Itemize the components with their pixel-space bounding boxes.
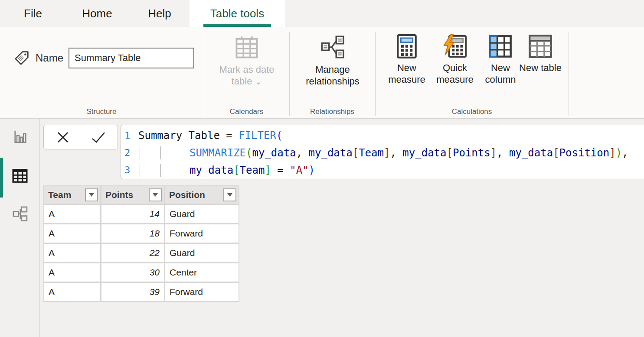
table-name-group: Name — [13, 44, 194, 72]
active-tab-underline — [203, 24, 271, 27]
group-label-calendars: Calendars — [204, 107, 289, 116]
code-token: ] — [490, 147, 497, 159]
column-header-points[interactable]: Points — [101, 186, 164, 204]
column-header-label: Position — [169, 190, 205, 200]
code-line: 2SUMMARIZE(my_data, my_data[Team], my_da… — [121, 144, 644, 162]
sidebar-item-report-view[interactable] — [0, 129, 40, 145]
cancel-formula-button[interactable] — [51, 128, 75, 147]
tab-help[interactable]: Help — [138, 0, 181, 27]
table-icon — [528, 34, 552, 59]
commit-formula-button[interactable] — [86, 128, 111, 147]
mark-as-date-table-label: Mark as date table ⌄ — [208, 64, 285, 87]
code-token: Summary Table — [138, 130, 220, 142]
ribbon-divider — [204, 32, 204, 116]
code-token: my_data — [190, 164, 233, 176]
code-token: Team — [240, 164, 265, 176]
new-measure-button[interactable]: New measure — [378, 34, 435, 86]
code-token: ] — [265, 164, 271, 176]
calculator-icon — [396, 34, 418, 59]
code-token: [ — [353, 147, 359, 159]
table-cell: A — [44, 263, 100, 282]
table-cell: Guard — [165, 205, 239, 223]
code-token: [ — [553, 147, 559, 159]
manage-relationships-icon — [319, 34, 346, 61]
main-canvas: 1Summary Table = FILTER(2SUMMARIZE(my_da… — [0, 119, 644, 337]
tab-home[interactable]: Home — [71, 0, 123, 27]
column-header-team[interactable]: Team — [44, 186, 100, 204]
data-grid-icon — [11, 167, 29, 185]
filter-dropdown-button[interactable] — [149, 188, 162, 201]
column-header-label: Team — [48, 190, 71, 200]
ribbon-divider — [289, 32, 290, 116]
table-cell: 18 — [101, 224, 164, 243]
checkmark-icon — [90, 130, 107, 145]
table-cell: 22 — [101, 244, 164, 262]
new-table-label: New table — [519, 62, 562, 74]
filter-dropdown-icon — [153, 193, 158, 197]
table-cell: 14 — [101, 205, 164, 223]
line-number: 1 — [124, 127, 130, 144]
mark-as-date-table-button[interactable]: Mark as date table ⌄ — [208, 34, 285, 87]
table-cell: Forward — [165, 224, 239, 243]
manage-relationships-label: Manage relationships — [291, 64, 374, 87]
table-cell: 39 — [101, 283, 164, 301]
indent-guide — [160, 164, 161, 177]
data-table: Team Points Position A14GuardA18ForwardA… — [43, 185, 239, 302]
new-table-button[interactable]: New table — [517, 34, 564, 74]
code-token: my_data — [309, 147, 353, 159]
quick-measure-button[interactable]: Quick measure — [428, 34, 482, 86]
manage-relationships-button[interactable]: Manage relationships — [291, 34, 374, 87]
tab-file[interactable]: File — [16, 0, 50, 27]
tab-help-label: Help — [148, 7, 171, 20]
table-cell: A — [44, 205, 100, 223]
view-sidebar — [0, 119, 40, 337]
code-token: = — [271, 164, 290, 176]
code-token: , — [390, 147, 402, 159]
table-cell: A — [44, 244, 100, 262]
filter-dropdown-button[interactable] — [85, 188, 98, 201]
tab-table-tools[interactable]: Table tools — [190, 0, 285, 27]
code-token: , — [622, 147, 628, 159]
power-bi-window: { "colors": { "accent_teal": "#1a8672", … — [0, 0, 644, 337]
dax-formula-editor[interactable]: 1Summary Table = FILTER(2SUMMARIZE(my_da… — [121, 125, 644, 179]
indent-guide — [140, 164, 140, 177]
tab-home-label: Home — [82, 7, 112, 20]
filter-dropdown-button[interactable] — [223, 188, 236, 201]
code-token: [ — [446, 147, 452, 159]
ribbon: Name Structure Mark as date table ⌄ Cale… — [0, 27, 644, 119]
code-token: "A" — [290, 164, 308, 176]
table-cell: A — [44, 283, 100, 301]
table-column-icon — [489, 34, 512, 59]
column-header-position[interactable]: Position — [165, 186, 239, 204]
group-label-relationships: Relationships — [289, 107, 375, 116]
tag-icon — [13, 49, 30, 67]
table-name-input[interactable] — [69, 48, 194, 68]
bar-chart-icon — [12, 129, 28, 145]
name-field-label: Name — [36, 52, 63, 64]
sidebar-item-model-view[interactable] — [0, 205, 40, 222]
code-token: ] — [384, 147, 390, 159]
table-cell: 30 — [101, 263, 164, 282]
menu-bar: File Home Help Table tools — [0, 0, 644, 27]
tab-table-tools-label: Table tools — [210, 7, 264, 20]
code-token: ] — [609, 147, 615, 159]
table-cell: A — [44, 224, 100, 243]
code-token: [ — [233, 164, 239, 176]
code-lines: 1Summary Table = FILTER(2SUMMARIZE(my_da… — [121, 127, 644, 179]
code-token: my_data — [252, 147, 296, 159]
code-token: = — [220, 130, 239, 142]
lightning-calculator-icon — [442, 34, 467, 59]
code-token: my_data — [402, 147, 446, 159]
chevron-down-icon: ⌄ — [255, 77, 262, 86]
line-number: 3 — [124, 162, 130, 179]
column-header-label: Points — [105, 190, 133, 200]
code-token: ) — [616, 147, 622, 159]
sidebar-item-data-view[interactable] — [0, 167, 40, 185]
formula-action-buttons — [43, 125, 118, 149]
filter-dropdown-icon — [89, 193, 94, 197]
indent-guide — [140, 146, 140, 159]
filter-dropdown-icon — [227, 193, 232, 197]
code-token: Position — [559, 147, 610, 159]
code-token: SUMMARIZE — [190, 147, 246, 159]
tab-file-label: File — [24, 7, 42, 20]
